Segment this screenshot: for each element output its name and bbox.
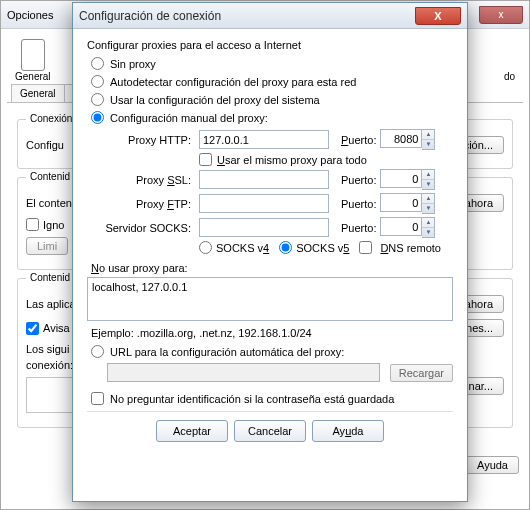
checkbox-same-proxy[interactable]: [199, 153, 212, 166]
limitar-button[interactable]: Limi: [26, 237, 68, 255]
radio-row-socks5[interactable]: SOCKS v5: [279, 241, 349, 254]
ignorar-label: Igno: [43, 219, 64, 231]
spin-down-icon[interactable]: ▼: [422, 180, 434, 190]
category-label: General: [15, 71, 51, 82]
input-http-port[interactable]: [380, 129, 422, 148]
label-same-proxy: Usar el mismo proxy para todo: [217, 154, 367, 166]
accept-button[interactable]: Aceptar: [156, 420, 228, 442]
dialog-close-button[interactable]: X: [415, 7, 461, 25]
help-button[interactable]: Ayuda: [312, 420, 384, 442]
label-socks-port: Puerto:: [341, 222, 376, 234]
category-label-partial: do: [504, 71, 515, 82]
close-icon: X: [434, 10, 441, 22]
radio-socks4[interactable]: [199, 241, 212, 254]
radio-row-manual[interactable]: Configuración manual del proxy:: [91, 111, 453, 124]
radio-manual[interactable]: [91, 111, 104, 124]
dialog-title: Configuración de conexión: [79, 9, 221, 23]
options-title: Opciones: [7, 9, 53, 21]
radio-row-auto-url[interactable]: URL para la configuración automática del…: [91, 345, 453, 358]
legend-contenido: Contenid: [26, 171, 74, 182]
contenido-text: El conten: [26, 197, 72, 209]
options-close-button[interactable]: x: [479, 6, 523, 24]
radio-row-no-proxy[interactable]: Sin proxy: [91, 57, 453, 70]
radio-row-autodetect[interactable]: Autodetectar configuración del proxy par…: [91, 75, 453, 88]
category-partial[interactable]: do: [504, 39, 515, 82]
radio-system-label: Usar la configuración del proxy del sist…: [110, 94, 320, 106]
checkbox-dns-remote[interactable]: [359, 241, 372, 254]
spin-up-icon[interactable]: ▲: [422, 130, 434, 140]
radio-no-proxy-label: Sin proxy: [110, 58, 156, 70]
spin-down-icon[interactable]: ▼: [422, 204, 434, 214]
legend-conexion: Conexión: [26, 113, 76, 124]
radio-manual-label: Configuración manual del proxy:: [110, 112, 268, 124]
options-ayuda-button[interactable]: Ayuda: [466, 456, 519, 474]
manual-proxy-form: Proxy HTTP: Puerto: ▲▼ Usar el mismo pro…: [117, 129, 453, 254]
dialog-titlebar: Configuración de conexión X: [73, 3, 467, 29]
cancel-button[interactable]: Cancelar: [234, 420, 306, 442]
ignorar-checkbox[interactable]: [26, 218, 39, 231]
spinner-ssl-port[interactable]: ▲▼: [380, 169, 435, 190]
avisar-checkbox[interactable]: [26, 322, 39, 335]
label-no-proxy-for: No usar proxy para:: [91, 262, 453, 274]
input-auto-url[interactable]: [107, 363, 380, 382]
spin-up-icon[interactable]: ▲: [422, 170, 434, 180]
radio-auto-url[interactable]: [91, 345, 104, 358]
label-socks4: SOCKS v4: [216, 242, 269, 254]
radio-autodetect-label: Autodetectar configuración del proxy par…: [110, 76, 356, 88]
spin-down-icon[interactable]: ▼: [422, 228, 434, 238]
conexion-label-2: conexión:: [26, 359, 73, 371]
label-http-port: Puerto:: [341, 134, 376, 146]
radio-auto-url-label: URL para la configuración automática del…: [110, 346, 344, 358]
input-ftp-port[interactable]: [380, 193, 422, 212]
dialog-heading: Configurar proxies para el acceso a Inte…: [87, 39, 453, 51]
radio-row-socks4[interactable]: SOCKS v4: [199, 241, 269, 254]
spinner-socks-port[interactable]: ▲▼: [380, 217, 435, 238]
avisar-label: Avisa: [43, 322, 70, 334]
check-row-dns-remote[interactable]: DNS remoto: [359, 241, 441, 254]
conexion-text: Configu: [26, 139, 64, 151]
radio-autodetect[interactable]: [91, 75, 104, 88]
radio-no-proxy[interactable]: [91, 57, 104, 70]
example-text: Ejemplo: .mozilla.org, .net.nz, 192.168.…: [91, 327, 453, 339]
phone-icon: [21, 39, 45, 71]
reload-button[interactable]: Recargar: [390, 364, 453, 382]
label-http-proxy: Proxy HTTP:: [117, 134, 195, 146]
radio-row-system[interactable]: Usar la configuración del proxy del sist…: [91, 93, 453, 106]
input-ssl-port[interactable]: [380, 169, 422, 188]
aplicaciones-text: Las aplica: [26, 298, 76, 310]
input-ftp-host[interactable]: [199, 194, 329, 213]
label-socks-server: Servidor SOCKS:: [105, 222, 195, 234]
connection-settings-dialog: Configuración de conexión X Configurar p…: [72, 2, 468, 502]
spin-up-icon[interactable]: ▲: [422, 218, 434, 228]
label-dns-remote: DNS remoto: [380, 242, 441, 254]
spin-down-icon[interactable]: ▼: [422, 140, 434, 150]
input-http-host[interactable]: [199, 130, 329, 149]
spinner-http-port[interactable]: ▲▼: [380, 129, 435, 150]
radio-system[interactable]: [91, 93, 104, 106]
dialog-footer: Aceptar Cancelar Ayuda: [87, 411, 453, 452]
close-icon: x: [499, 9, 504, 20]
label-ssl-proxy: Proxy SSL:: [117, 174, 195, 186]
label-no-ask-password: No preguntar identificación si la contra…: [110, 393, 394, 405]
input-socks-port[interactable]: [380, 217, 422, 236]
textarea-no-proxy[interactable]: [87, 277, 453, 321]
input-socks-host[interactable]: [199, 218, 329, 237]
category-general[interactable]: General: [15, 39, 51, 82]
checkbox-no-ask-password[interactable]: [91, 392, 104, 405]
label-ftp-port: Puerto:: [341, 198, 376, 210]
tab-general[interactable]: General: [11, 84, 65, 102]
input-ssl-host[interactable]: [199, 170, 329, 189]
label-ssl-port: Puerto:: [341, 174, 376, 186]
spin-up-icon[interactable]: ▲: [422, 194, 434, 204]
radio-socks5[interactable]: [279, 241, 292, 254]
label-socks5: SOCKS v5: [296, 242, 349, 254]
label-ftp-proxy: Proxy FTP:: [117, 198, 195, 210]
los-siguientes-label: Los sigui: [26, 343, 69, 355]
spinner-ftp-port[interactable]: ▲▼: [380, 193, 435, 214]
legend-contenido-2: Contenid: [26, 272, 74, 283]
